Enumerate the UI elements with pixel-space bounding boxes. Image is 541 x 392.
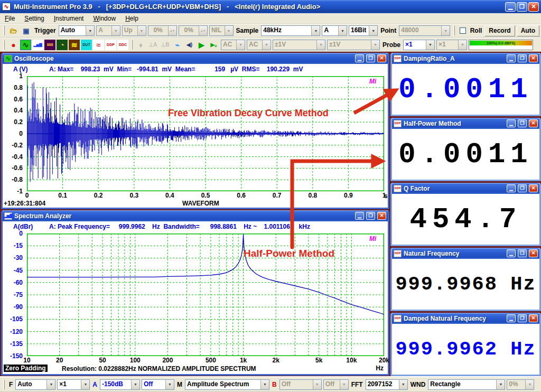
toolbar-grip (3, 380, 5, 389)
microphone-icon: ♦ (135, 40, 146, 50)
ddp-panel: DDP DampingRatio_A ▁ ❐ ✕ 0.0011 (390, 53, 541, 116)
x-tick-label: 200 (162, 357, 173, 364)
menu-item-instrument[interactable]: Instrument (49, 14, 89, 23)
chevron-down-icon[interactable]: ▼ (369, 26, 377, 35)
close-button[interactable]: ✕ (529, 249, 538, 257)
roll-label: Roll (469, 27, 483, 34)
bit-depth-select[interactable]: 16Bit▼ (349, 25, 378, 36)
x-tick-label: 0.1 (58, 192, 67, 199)
chevron-down-icon[interactable]: ▼ (260, 380, 269, 389)
auto-button[interactable]: Auto (517, 25, 539, 36)
signal-generator-icon[interactable]: ≋ (69, 40, 80, 50)
minimize-button[interactable]: ▁ (507, 249, 516, 257)
half-power-annotation: Half-Power Method (244, 248, 334, 259)
ddc-viewer-icon[interactable]: DDC (117, 40, 128, 50)
ddp-panel-title-bar[interactable]: DDP Q Factor ▁ ❐ ✕ (392, 183, 539, 194)
menu-item-file[interactable]: File (0, 14, 20, 23)
wnd-label: WND (409, 381, 427, 388)
chevron-down-icon[interactable]: ▼ (426, 40, 434, 50)
panel-value: 0.0011 (392, 129, 539, 180)
maximize-button[interactable]: ❐ (518, 184, 527, 192)
coupling-b-select: AC▼ (247, 40, 271, 50)
minimize-button[interactable]: ▁ (507, 119, 516, 127)
minimize-button[interactable]: ▁ (507, 54, 516, 62)
a-ref-select[interactable]: Off▼ (142, 379, 174, 390)
window-function-select[interactable]: Rectangle▼ (428, 379, 505, 390)
minimize-button[interactable]: ▁ (507, 184, 516, 192)
app-minimize-button[interactable]: ▁ (505, 2, 516, 12)
sampling-rate-select[interactable]: 48kHz▼ (261, 25, 320, 36)
probe-calibration-icon[interactable]: ⌁ (172, 40, 183, 50)
menu-item-window[interactable]: Window (88, 14, 120, 23)
chevron-down-icon[interactable]: ▼ (131, 380, 139, 389)
instrument-icon-strip: ●∿▂▅▇888◔≋DUT≈DDPDDC♦⊥A⊥B⌁◀)▶▶ₒ (8, 40, 219, 50)
ddp-panel-title-bar[interactable]: DDP DampingRatio_A ▁ ❐ ✕ (392, 53, 539, 64)
chevron-down-icon[interactable]: ▼ (338, 26, 347, 35)
ddp-panel-title-bar[interactable]: DDP Natural Frequency ▁ ❐ ✕ (392, 248, 539, 259)
maximize-button[interactable]: ❐ (518, 249, 527, 257)
freq-axis-select[interactable]: Auto▼ (15, 379, 55, 390)
chevron-down-icon: ▼ (441, 26, 450, 35)
save-file-icon[interactable]: ▣ (21, 25, 32, 36)
record-length-select: 48000▼ (399, 25, 450, 36)
coupling-a-select: AC▼ (221, 40, 245, 50)
probe-a-select[interactable]: ×1▼ (403, 40, 435, 50)
app-close-button[interactable]: ✕ (528, 2, 539, 12)
device-test-plan-icon[interactable]: DUT (81, 40, 92, 50)
b-ref-select: Off▼ (323, 379, 349, 390)
close-button[interactable]: ✕ (529, 54, 538, 62)
input-level-meter: 100%(-0.0 dBFS) (469, 40, 533, 50)
display-mode-select[interactable]: Amplitude Spectrum▼ (185, 379, 269, 390)
multimeter-icon[interactable]: 888 (44, 40, 55, 50)
panel-value: 0.0011 (392, 64, 539, 115)
ddp-icon: DDP (394, 185, 402, 192)
panel-title: Half-Power Method (404, 120, 505, 127)
open-file-icon[interactable]: 🗁︎ (8, 25, 19, 36)
close-button[interactable]: ✕ (529, 184, 538, 192)
ddp-panel-title-bar[interactable]: DDP Half-Power Method ▁ ❐ ✕ (392, 118, 539, 129)
maximize-button[interactable]: ❐ (518, 54, 527, 62)
spinner-arrows-icon: ▲▼ (168, 26, 176, 35)
a-range-select[interactable]: -150dB▼ (100, 379, 140, 390)
record-button[interactable]: Record (484, 25, 515, 36)
fft-size-select[interactable]: 2097152▼ (366, 379, 408, 390)
app-maximize-button[interactable]: ❐ (517, 2, 527, 12)
freq-mult-select[interactable]: ×1▼ (57, 379, 90, 390)
chevron-down-icon[interactable]: ▼ (86, 26, 94, 35)
menu-bar: FileSettingInstrumentWindowHelp (0, 13, 541, 24)
ddp-panel-title-bar[interactable]: DDP Damped Natural Frequency ▁ ❐ ✕ (392, 313, 539, 324)
chevron-down-icon[interactable]: ▼ (496, 380, 505, 389)
minimize-button[interactable]: ▁ (507, 314, 516, 322)
maximize-button[interactable]: ❐ (518, 314, 527, 322)
close-button[interactable]: ✕ (529, 314, 538, 322)
spinner-arrows-icon: ▲▼ (199, 26, 207, 35)
run-icon[interactable]: ▶ (196, 40, 207, 50)
derived-data-curve-icon[interactable]: ≈ (93, 40, 104, 50)
close-button[interactable]: ✕ (529, 119, 538, 127)
menu-item-setting[interactable]: Setting (20, 14, 49, 23)
trigger-mode-select[interactable]: Auto ▼ (59, 25, 95, 36)
data-logger-icon[interactable]: ◔ (57, 40, 68, 50)
sampling-channel-select[interactable]: A▼ (322, 25, 347, 36)
ddp-icon: DDP (394, 250, 402, 257)
x-tick-label: 5k (315, 357, 322, 364)
run-loop-icon[interactable]: ▶ₒ (208, 40, 219, 50)
x-tick-label: 20 (56, 357, 63, 364)
roll-checkbox[interactable] (460, 27, 466, 34)
probe-b-select: ×1▼ (436, 40, 467, 50)
oscilloscope-icon[interactable]: ∿ (20, 40, 31, 50)
chevron-down-icon[interactable]: ▼ (165, 380, 174, 389)
chevron-down-icon[interactable]: ▼ (399, 380, 407, 389)
volume-icon[interactable]: ◀) (184, 40, 195, 50)
ddp-viewer-icon[interactable]: DDP (105, 40, 116, 50)
x-axis-labels: 1020501002005001k2k5k10k20k (3, 210, 391, 376)
ddp-panel: DDP Natural Frequency ▁ ❐ ✕ 999.9968 Hz (390, 248, 541, 311)
record-icon[interactable]: ● (8, 40, 19, 50)
chevron-down-icon: ▼ (340, 380, 348, 389)
chevron-down-icon[interactable]: ▼ (81, 380, 89, 389)
chevron-down-icon[interactable]: ▼ (311, 26, 320, 35)
chevron-down-icon[interactable]: ▼ (46, 380, 55, 389)
menu-item-help[interactable]: Help (120, 14, 143, 23)
maximize-button[interactable]: ❐ (518, 119, 527, 127)
spectrum-analyzer-icon[interactable]: ▂▅▇ (32, 40, 43, 50)
